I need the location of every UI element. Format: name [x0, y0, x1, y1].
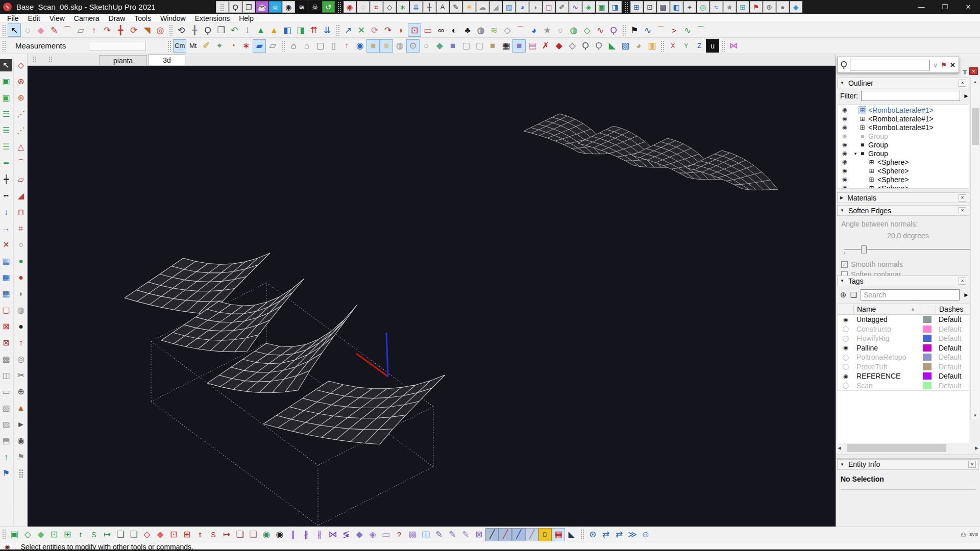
- gem-purple-icon[interactable]: ◈: [366, 528, 379, 541]
- add-tag-folder-button[interactable]: ❏: [850, 290, 857, 299]
- bricks-red-icon[interactable]: ▦: [552, 528, 565, 541]
- outliner-header[interactable]: ▼ Outliner ✕: [837, 78, 969, 88]
- book-red2-icon[interactable]: ❏: [247, 528, 260, 541]
- merge-icon[interactable]: ⊕: [15, 386, 27, 398]
- outliner-close-button[interactable]: ✕: [959, 80, 966, 87]
- tag-name[interactable]: REFERENCE: [853, 372, 919, 380]
- uv-cube-icon[interactable]: ⊠: [472, 528, 485, 541]
- outliner-item-label[interactable]: <RomboLaterale#1>: [868, 123, 934, 132]
- cubes-green-icon[interactable]: ⊞: [61, 528, 74, 541]
- close-icon[interactable]: ✕: [950, 61, 955, 69]
- dotted-square-icon[interactable]: ▩: [406, 528, 419, 541]
- cube-star-icon[interactable]: ◇: [501, 23, 514, 37]
- bucket-icon[interactable]: ◍: [393, 39, 406, 53]
- tag-name[interactable]: Untagged: [853, 315, 919, 323]
- blue-plane-icon[interactable]: ◧: [281, 23, 294, 37]
- collapse-arrow-icon[interactable]: ▼: [840, 279, 844, 283]
- vertex-grid-icon[interactable]: ⌗: [15, 222, 27, 235]
- tag-dashes[interactable]: Default: [936, 353, 969, 361]
- outliner-item-label[interactable]: Group: [868, 141, 888, 149]
- diamond-outline-icon[interactable]: ◇: [383, 1, 396, 13]
- tag-row[interactable]: ◯ProveTuftDefault: [838, 362, 969, 372]
- sphere-x-icon[interactable]: ◍: [15, 304, 27, 316]
- swap-blue2-icon[interactable]: ⇄: [612, 528, 626, 541]
- toolbar-grip[interactable]: [167, 40, 171, 52]
- outliner-row[interactable]: ◉▾■Group: [838, 149, 969, 158]
- map-pin-icon[interactable]: ◉: [260, 528, 273, 541]
- bezier-arc-icon[interactable]: ⌒: [654, 23, 668, 37]
- unreal-icon[interactable]: u: [706, 39, 719, 53]
- lines-add-icon[interactable]: ☰: [0, 124, 12, 137]
- line-icon[interactable]: ━: [0, 157, 12, 169]
- tag-color-swatch[interactable]: [923, 382, 932, 389]
- axes-arrows-icon[interactable]: ∗: [397, 1, 409, 13]
- cubes-row-icon[interactable]: ▤: [657, 1, 670, 13]
- bar-chart-icon[interactable]: ◫: [419, 528, 432, 541]
- toolbar-grip[interactable]: [622, 24, 626, 36]
- s-curve-icon[interactable]: ∿: [594, 23, 607, 37]
- layout-icon[interactable]: ▤: [0, 435, 12, 447]
- paint-surface-icon[interactable]: ◕: [527, 23, 541, 37]
- swirl-icon[interactable]: ∿: [569, 1, 582, 13]
- tape-measure-tool[interactable]: ✐: [200, 39, 213, 53]
- sphere-black-icon[interactable]: ●: [15, 320, 27, 333]
- tags-details-button[interactable]: ►: [963, 291, 969, 298]
- name-column-header[interactable]: Name ∧: [853, 305, 919, 313]
- text-t-green-icon[interactable]: t: [74, 528, 87, 541]
- unit-cm-button[interactable]: Cm: [173, 39, 186, 53]
- toolbar-grip[interactable]: [48, 56, 52, 63]
- tag-dashes[interactable]: Default: [936, 334, 969, 342]
- slash-blue-icon[interactable]: ╱: [512, 528, 525, 541]
- zoom-tool[interactable]: Ϙ: [201, 23, 214, 37]
- push-pull-tool[interactable]: ↑: [87, 23, 101, 37]
- tag-color-swatch[interactable]: [923, 316, 932, 323]
- viewport[interactable]: [28, 66, 836, 527]
- box-pink-icon[interactable]: ▢: [543, 1, 555, 13]
- menu-edit[interactable]: Edit: [23, 14, 45, 22]
- position-camera-tool[interactable]: ⊥: [241, 23, 254, 37]
- pen-icon[interactable]: ✎: [450, 1, 462, 13]
- icosa-icon[interactable]: ◆: [433, 39, 446, 53]
- cube-steel-icon[interactable]: ⊡: [644, 1, 656, 13]
- tag-row[interactable]: ◯PoltronaRetopoDefault: [838, 353, 969, 362]
- prism-icon[interactable]: ◆: [790, 1, 802, 13]
- guide-lines-icon[interactable]: ╂: [423, 1, 436, 13]
- blue-flag-icon[interactable]: ⚑: [0, 467, 12, 480]
- tag-row[interactable]: ◯ConstructoDefault: [838, 324, 969, 334]
- collapse-arrow-icon[interactable]: ▼: [840, 208, 844, 213]
- outliner-item-label[interactable]: <Sphere>: [877, 158, 909, 166]
- green-r-curve-icon[interactable]: ⌒: [694, 23, 707, 37]
- sphere-icon[interactable]: ●: [776, 1, 789, 13]
- visibility-eye-icon[interactable]: ◉: [838, 141, 851, 148]
- tag-row[interactable]: ◯ScanDefault: [838, 381, 969, 391]
- materials-header[interactable]: ▶ Materials ✕: [837, 192, 969, 203]
- dome2-icon[interactable]: ◗: [15, 288, 27, 300]
- search-icon[interactable]: Ϙ: [229, 1, 242, 13]
- import-line-icon[interactable]: ↓: [0, 206, 12, 218]
- tag-name[interactable]: Palline: [853, 344, 919, 352]
- mirror-icon[interactable]: ⋈: [727, 39, 740, 53]
- pin2-icon[interactable]: ⚑: [15, 451, 27, 463]
- play-icon[interactable]: ►: [15, 418, 27, 431]
- outliner-item-label[interactable]: <RomboLaterale#1>: [868, 106, 934, 114]
- outliner-row[interactable]: ◉⊞<RomboLaterale#1>: [838, 106, 969, 114]
- sun-icon[interactable]: ☀: [463, 1, 476, 13]
- history-clock-icon[interactable]: ↺: [322, 1, 335, 13]
- plan-icon[interactable]: ▭: [0, 386, 12, 398]
- outliner-item-label[interactable]: <Sphere>: [877, 167, 909, 175]
- tag-name[interactable]: Constructo: [853, 325, 919, 333]
- cubes-red-icon[interactable]: ⊞: [180, 528, 193, 541]
- triangle-navy-icon[interactable]: ◣: [565, 528, 578, 541]
- panel-blue-icon[interactable]: ◧: [670, 1, 683, 13]
- scene-tab-3d[interactable]: 3d: [149, 54, 185, 65]
- tag-name[interactable]: PoltronaRetopo: [853, 353, 919, 361]
- stack-color-icon[interactable]: ▤: [526, 39, 539, 53]
- lines-icon[interactable]: ☰: [0, 108, 12, 120]
- wand-icon[interactable]: ★: [541, 23, 554, 37]
- sphere-green-icon[interactable]: ●: [15, 255, 27, 267]
- scroll-down-arrow[interactable]: ▼: [973, 411, 977, 419]
- grid-half-icon[interactable]: ▦: [0, 288, 12, 300]
- toolbar-grip[interactable]: [336, 24, 339, 36]
- axes-x-icon[interactable]: ✗: [539, 39, 552, 53]
- toolbar-grip[interactable]: [2, 40, 6, 52]
